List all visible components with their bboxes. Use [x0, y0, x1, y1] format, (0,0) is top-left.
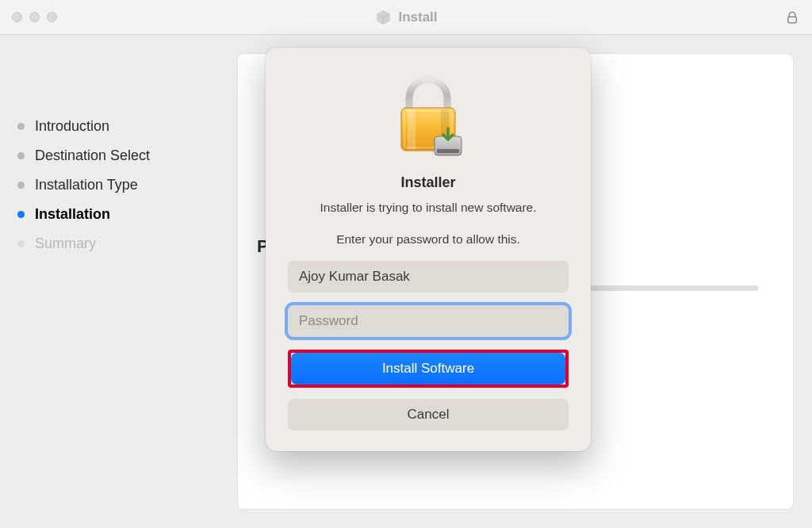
lock-installer-icon: [390, 71, 466, 160]
package-icon: [374, 9, 392, 26]
step-bullet-icon: [17, 182, 25, 189]
username-field[interactable]: [288, 261, 569, 293]
auth-message: Installer is trying to install new softw…: [320, 199, 536, 216]
window-controls: [12, 12, 57, 22]
auth-dialog: Installer Installer is trying to install…: [266, 48, 591, 451]
step-label: Destination Select: [35, 147, 150, 164]
zoom-window-button[interactable]: [47, 12, 57, 22]
svg-rect-0: [788, 17, 797, 23]
step-summary: Summary: [17, 235, 222, 252]
window-title-area: Install: [374, 9, 437, 26]
titlebar: Install: [0, 0, 812, 35]
password-field[interactable]: [288, 305, 569, 337]
sidebar: Introduction Destination Select Installa…: [0, 35, 238, 528]
cancel-button[interactable]: Cancel: [288, 399, 569, 430]
step-destination-select: Destination Select: [17, 147, 222, 164]
step-introduction: Introduction: [17, 118, 222, 135]
window-title: Install: [398, 10, 437, 25]
svg-rect-6: [437, 149, 459, 153]
progress-bar: [576, 285, 758, 291]
highlight-annotation: Install Software: [288, 350, 569, 388]
svg-rect-3: [408, 109, 416, 149]
step-bullet-icon: [17, 123, 25, 130]
install-software-button[interactable]: Install Software: [291, 353, 565, 385]
auth-title: Installer: [400, 174, 455, 191]
step-bullet-icon: [17, 240, 25, 247]
step-bullet-icon: [17, 152, 25, 159]
step-label: Introduction: [35, 118, 109, 135]
step-label: Installation Type: [35, 177, 138, 193]
step-label: Summary: [35, 235, 96, 252]
step-installation: Installation: [17, 206, 222, 223]
step-label: Installation: [35, 206, 110, 223]
minimize-window-button[interactable]: [29, 12, 40, 22]
step-installation-type: Installation Type: [17, 177, 222, 193]
step-bullet-icon: [17, 211, 25, 218]
lock-icon[interactable]: [785, 10, 799, 25]
auth-prompt: Enter your password to allow this.: [336, 232, 520, 247]
close-window-button[interactable]: [12, 12, 22, 22]
